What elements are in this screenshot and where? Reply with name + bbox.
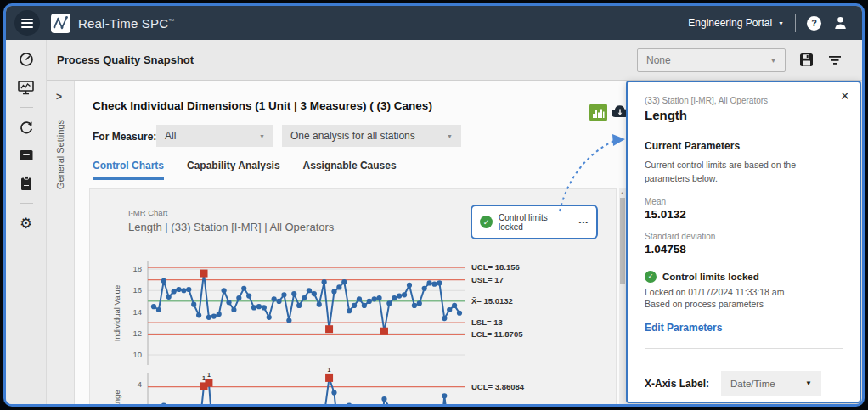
svg-text:1: 1 xyxy=(202,375,206,381)
check-circle-icon: ✓ xyxy=(645,271,657,283)
chevron-down-icon: ▼ xyxy=(447,133,453,139)
locked-timestamp: Locked on 01/17/2024 11:33:18 am xyxy=(645,287,843,297)
svg-text:LSL= 13: LSL= 13 xyxy=(471,317,503,327)
chart-view-icon[interactable] xyxy=(589,104,607,121)
svg-text:UCL= 3.86084: UCL= 3.86084 xyxy=(471,382,525,391)
panel-title: Length xyxy=(645,108,843,122)
svg-text:16: 16 xyxy=(132,285,142,295)
hamburger-menu-icon[interactable] xyxy=(14,10,40,36)
page-toolbar: Process Quality Snapshot None ▼ xyxy=(47,40,862,81)
control-chart-card: I-MR Chart Length | (33) Station [I-MR] … xyxy=(89,188,617,404)
analysis-heading: Check Individual Dimensions (1 Unit | 3 … xyxy=(93,99,432,112)
svg-text:UCL= 18.156: UCL= 18.156 xyxy=(471,262,520,272)
app-window: Real-Time SPC™ Engineering Portal ▼ ? Pr… xyxy=(3,3,865,407)
chevron-down-icon: ▼ xyxy=(778,20,784,26)
tab-bar: Control Charts Capability Analysis Assig… xyxy=(93,160,397,180)
svg-text:1: 1 xyxy=(207,372,211,378)
xaxis-dropdown[interactable]: Date/Time ▼ xyxy=(721,371,821,396)
svg-text:14: 14 xyxy=(132,307,142,317)
parameters-description: Current control limits are based on the … xyxy=(645,159,831,186)
svg-text:USL= 17: USL= 17 xyxy=(471,275,504,284)
svg-text:Individual Value: Individual Value xyxy=(112,285,121,341)
rail-divider xyxy=(20,203,33,204)
tab-control-charts[interactable]: Control Charts xyxy=(93,160,164,180)
chart-title: Length | (33) Station [I-MR] | All Opera… xyxy=(128,221,334,233)
filter-icon[interactable] xyxy=(828,55,842,65)
chevron-down-icon: ▼ xyxy=(770,58,776,64)
svg-text:LCL= 11.8705: LCL= 11.8705 xyxy=(471,329,523,339)
measure-dropdown[interactable]: All ▼ xyxy=(156,125,273,147)
chart-type-label: I-MR Chart xyxy=(128,208,167,217)
tab-capability-analysis[interactable]: Capability Analysis xyxy=(187,160,280,180)
clipboard-icon[interactable] xyxy=(18,175,35,192)
svg-text:1: 1 xyxy=(328,367,331,373)
vertical-scrollbar[interactable]: ▲ xyxy=(619,188,626,404)
brand-logo-icon xyxy=(51,14,70,33)
general-settings-strip[interactable]: > General Settings xyxy=(47,81,75,404)
imr-chart-plot[interactable]: 1012141618Individual ValueUCL= 18.156USL… xyxy=(94,236,604,404)
navbar-divider xyxy=(795,14,796,32)
left-icon-rail: ⚙ xyxy=(6,40,47,404)
dashboard-gauge-icon[interactable] xyxy=(18,51,35,68)
svg-text:18: 18 xyxy=(132,264,142,273)
cloud-download-icon[interactable] xyxy=(611,104,626,118)
xaxis-label: X-Axis Label: xyxy=(645,378,709,390)
expand-chevron-icon[interactable]: > xyxy=(56,91,62,103)
tab-assignable-causes[interactable]: Assignable Causes xyxy=(303,160,397,180)
chevron-down-icon: ▼ xyxy=(805,379,812,387)
monitor-chart-icon[interactable] xyxy=(18,79,35,96)
analysis-mode-dropdown[interactable]: One analysis for all stations ▼ xyxy=(282,125,461,147)
mean-label: Mean xyxy=(645,197,843,206)
stddev-label: Standard deviation xyxy=(645,232,843,241)
trademark: ™ xyxy=(168,18,174,24)
archive-icon[interactable] xyxy=(18,147,35,164)
page-title: Process Quality Snapshot xyxy=(57,53,194,66)
panel-divider xyxy=(645,348,843,349)
brand-title: Real-Time SPC™ xyxy=(78,16,174,31)
close-icon[interactable]: × xyxy=(840,87,849,105)
scroll-up-icon[interactable]: ▲ xyxy=(620,190,624,195)
svg-text:Moving Range: Moving Range xyxy=(112,390,121,404)
for-measure-label: For Measure: xyxy=(93,131,156,143)
svg-text:12: 12 xyxy=(132,329,142,338)
control-limits-locked-button[interactable]: ✓ Control limits locked ••• xyxy=(471,205,598,239)
more-options-icon[interactable]: ••• xyxy=(579,218,589,226)
parameters-panel: × (33) Station [I-MR], All Operators Len… xyxy=(626,81,861,403)
user-account-icon[interactable] xyxy=(832,15,848,31)
rail-divider xyxy=(20,107,33,108)
check-circle-icon: ✓ xyxy=(480,216,493,228)
svg-text:X̄= 15.0132: X̄= 15.0132 xyxy=(471,296,513,306)
settings-gear-icon[interactable]: ⚙ xyxy=(18,215,35,232)
locked-status: Control limits locked xyxy=(662,272,759,282)
top-navbar: Real-Time SPC™ Engineering Portal ▼ ? xyxy=(6,6,862,40)
save-icon[interactable] xyxy=(799,53,814,67)
sync-icon[interactable] xyxy=(18,119,35,136)
locked-basis: Based on process parameters xyxy=(645,299,843,309)
help-icon[interactable]: ? xyxy=(807,16,821,31)
svg-text:10: 10 xyxy=(132,350,142,359)
panel-context: (33) Station [I-MR], All Operators xyxy=(645,96,843,105)
general-settings-label: General Settings xyxy=(55,120,65,189)
scrollbar-thumb[interactable] xyxy=(620,198,625,284)
preset-dropdown[interactable]: None ▼ xyxy=(637,48,786,72)
main-content: Check Individual Dimensions (1 Unit | 3 … xyxy=(75,81,626,404)
current-parameters-heading: Current Parameters xyxy=(645,140,843,152)
edit-parameters-link[interactable]: Edit Parameters xyxy=(645,322,843,334)
svg-text:4: 4 xyxy=(138,379,142,389)
portal-selector[interactable]: Engineering Portal ▼ xyxy=(688,17,784,29)
stddev-value: 1.04758 xyxy=(645,243,843,256)
chevron-down-icon: ▼ xyxy=(259,133,265,139)
mean-value: 15.0132 xyxy=(645,208,843,221)
